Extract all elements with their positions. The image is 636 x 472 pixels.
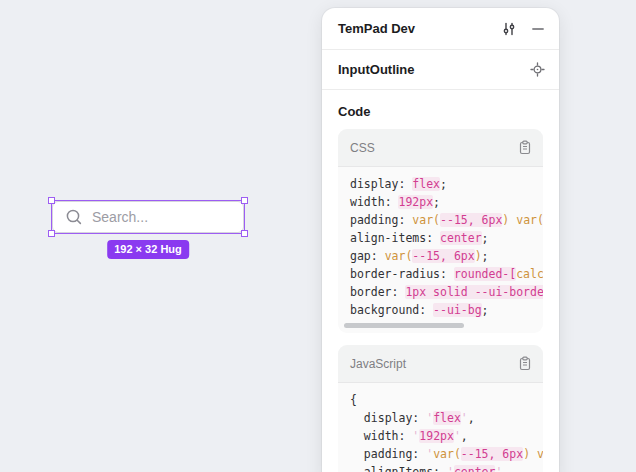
selection-handle-top-left[interactable] [48, 197, 55, 204]
minimize-icon[interactable] [531, 22, 545, 36]
search-input-component[interactable]: Search... [52, 201, 244, 233]
selected-component-row: InputOutline [322, 50, 559, 90]
css-code[interactable]: display: flex;width: 192px;padding: var(… [338, 167, 543, 333]
copy-clipboard-icon[interactable] [518, 356, 532, 371]
css-code-block: CSS display: flex;width: 192px;padding: … [338, 129, 543, 333]
js-block-label: JavaScript [350, 357, 406, 371]
copy-clipboard-icon[interactable] [518, 140, 532, 155]
tempad-dev-panel: TemPad Dev InputOutline [322, 8, 559, 472]
selection-handle-bottom-left[interactable] [48, 230, 55, 237]
js-block-header: JavaScript [338, 345, 543, 383]
selection-handle-bottom-right[interactable] [241, 230, 248, 237]
component-name: InputOutline [338, 62, 415, 77]
dimensions-badge: 192 × 32 Hug [107, 240, 189, 259]
panel-header-actions [501, 21, 545, 37]
search-icon [65, 208, 83, 226]
search-placeholder: Search... [92, 209, 148, 225]
panel-header: TemPad Dev [322, 8, 559, 50]
locate-target-icon[interactable] [530, 62, 545, 77]
preferences-sliders-icon[interactable] [501, 21, 517, 37]
horizontal-scrollbar[interactable] [344, 323, 464, 328]
selection-handle-top-right[interactable] [241, 197, 248, 204]
css-block-label: CSS [350, 141, 375, 155]
js-code[interactable]: { display: 'flex', width: '192px', paddi… [338, 383, 543, 472]
panel-title: TemPad Dev [338, 21, 415, 36]
css-block-header: CSS [338, 129, 543, 167]
js-code-block: JavaScript { display: 'flex', width: '19… [338, 345, 543, 472]
code-section: Code CSS display: flex;width: 192px;padd… [322, 90, 559, 472]
code-section-title: Code [338, 104, 543, 119]
